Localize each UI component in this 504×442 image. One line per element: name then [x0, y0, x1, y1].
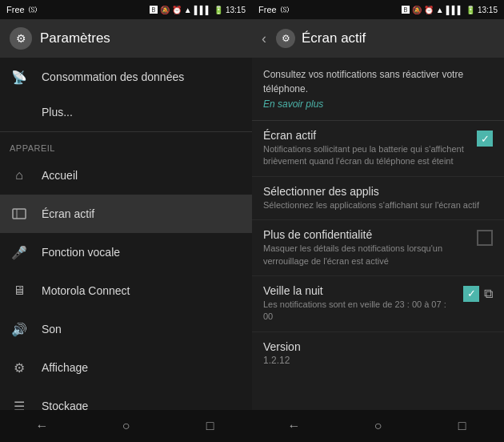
setting-ecran-actif-control: [477, 129, 493, 147]
setting-ecran-actif[interactable]: Écran actif Notifications sollicitant pe…: [252, 121, 504, 177]
right-content: Consultez vos notifications sans réactiv…: [252, 58, 504, 410]
menu-item-accueil[interactable]: ⌂ Accueil: [0, 156, 252, 195]
consommation-label: Consommation des données: [42, 70, 184, 83]
setting-veille-control: ⧉: [463, 284, 493, 302]
stockage-icon: ☰: [10, 396, 29, 410]
setting-veille-text: Veille la nuit Les notifications sont en…: [263, 284, 457, 323]
setting-confidentialite-control: [477, 228, 493, 246]
right-toolbar-title: Écran actif: [302, 30, 366, 46]
plus-label: Plus...: [42, 106, 73, 119]
signal-icon: 🄢: [28, 5, 37, 14]
ecran-actif-label: Écran actif: [42, 207, 94, 220]
accueil-label: Accueil: [42, 169, 78, 182]
ecran-actif-checkbox[interactable]: [477, 131, 493, 147]
right-carrier: Free: [258, 5, 277, 14]
right-nav-bar: ← ○ □: [252, 410, 504, 442]
setting-ecran-actif-text: Écran actif Notifications sollicitant pe…: [263, 129, 470, 168]
ecran-actif-icon: [10, 204, 29, 223]
right-alarm-icon: ⏰: [424, 6, 434, 14]
right-settings-icon: ⚙: [276, 29, 295, 48]
setting-selectionner-text: Sélectionner des applis Sélectionnez les…: [263, 185, 493, 211]
right-signal-bars: ▌▌▌: [446, 6, 463, 14]
setting-selectionner-desc: Sélectionnez les applications s'affichan…: [263, 199, 493, 211]
consommation-icon: 📡: [10, 67, 29, 86]
veille-checkbox[interactable]: [463, 286, 479, 302]
menu-item-plus[interactable]: Plus...: [0, 96, 252, 128]
left-toolbar-title: Paramètres: [40, 30, 110, 46]
right-wifi-icon: ▲: [436, 6, 444, 14]
stockage-label: Stockage: [42, 400, 88, 410]
left-recent-btn[interactable]: □: [191, 413, 230, 439]
left-toolbar: ⚙ Paramètres: [0, 19, 252, 58]
affichage-label: Affichage: [42, 361, 88, 374]
alarm-icon: ⏰: [172, 6, 182, 14]
setting-veille-nuit[interactable]: Veille la nuit Les notifications sont en…: [252, 276, 504, 332]
left-status-right: 🅱 🔕 ⏰ ▲ ▌▌▌ 🔋 13:15: [150, 6, 246, 14]
right-battery-icon: 🔋: [466, 6, 475, 14]
menu-item-motorola[interactable]: 🖥 Motorola Connect: [0, 271, 252, 310]
left-menu: 📡 Consommation des données Plus... APPAR…: [0, 58, 252, 410]
right-signal-icon: 🄢: [280, 5, 289, 14]
left-carrier: Free: [6, 5, 25, 14]
right-time: 13:15: [478, 6, 498, 14]
bt-icon: 🅱: [150, 6, 158, 14]
setting-selectionner-title: Sélectionner des applis: [263, 185, 493, 198]
fonction-vocale-icon: 🎤: [10, 243, 29, 262]
menu-item-fonction-vocale[interactable]: 🎤 Fonction vocale: [0, 233, 252, 271]
right-status-bar: Free 🄢 🅱 🔕 ⏰ ▲ ▌▌▌ 🔋 13:15: [252, 0, 504, 19]
section-appareil: APPAREIL: [0, 135, 252, 156]
fonction-vocale-label: Fonction vocale: [42, 246, 120, 259]
battery-icon: 🔋: [214, 6, 223, 14]
setting-selectionner-applis[interactable]: Sélectionner des applis Sélectionnez les…: [252, 177, 504, 220]
right-status-right: 🅱 🔕 ⏰ ▲ ▌▌▌ 🔋 13:15: [402, 6, 498, 14]
right-bt-icon: 🅱: [402, 6, 410, 14]
accueil-icon: ⌂: [10, 166, 29, 185]
divider-1: [0, 131, 252, 132]
confidentialite-checkbox[interactable]: [477, 230, 493, 246]
left-time: 13:15: [226, 6, 246, 14]
version-title: Version: [263, 340, 493, 353]
setting-confidentialite-desc: Masquer les détails des notifications lo…: [263, 243, 470, 267]
sound-icon: 🔕: [160, 6, 170, 14]
son-label: Son: [42, 323, 62, 336]
motorola-label: Motorola Connect: [42, 284, 130, 297]
settings-icon: ⚙: [10, 27, 32, 50]
info-block: Consultez vos notifications sans réactiv…: [252, 58, 504, 121]
menu-item-son[interactable]: 🔊 Son: [0, 310, 252, 348]
left-panel: Free 🄢 🅱 🔕 ⏰ ▲ ▌▌▌ 🔋 13:15 ⚙ Paramètres …: [0, 0, 252, 442]
right-sound-icon: 🔕: [412, 6, 422, 14]
setting-confidentialite-text: Plus de confidentialité Masquer les déta…: [263, 228, 470, 267]
right-recent-btn[interactable]: □: [443, 413, 482, 439]
right-status-left: Free 🄢: [258, 5, 289, 14]
setting-confidentialite-title: Plus de confidentialité: [263, 228, 470, 241]
info-text: Consultez vos notifications sans réactiv…: [263, 67, 493, 96]
setting-ecran-actif-title: Écran actif: [263, 129, 470, 142]
right-back-chevron[interactable]: ‹: [258, 27, 270, 50]
setting-confidentialite[interactable]: Plus de confidentialité Masquer les déta…: [252, 220, 504, 276]
left-status-left: Free 🄢: [6, 5, 37, 14]
adjust-icon[interactable]: ⧉: [484, 287, 493, 301]
signal-bars: ▌▌▌: [194, 6, 211, 14]
affichage-icon: ⚙: [10, 358, 29, 377]
menu-item-ecran-actif[interactable]: Écran actif: [0, 195, 252, 233]
setting-veille-desc: Les notifications sont en veille de 23 :…: [263, 299, 457, 323]
info-link[interactable]: En savoir plus: [263, 98, 323, 110]
menu-item-consommation[interactable]: 📡 Consommation des données: [0, 58, 252, 96]
version-block: Version 1.2.12: [252, 332, 504, 374]
svg-rect-0: [13, 209, 26, 219]
motorola-icon: 🖥: [10, 281, 29, 300]
left-status-bar: Free 🄢 🅱 🔕 ⏰ ▲ ▌▌▌ 🔋 13:15: [0, 0, 252, 19]
right-back-btn[interactable]: ←: [275, 413, 314, 439]
right-toolbar: ‹ ⚙ Écran actif: [252, 19, 504, 58]
wifi-icon: ▲: [184, 6, 192, 14]
menu-item-affichage[interactable]: ⚙ Affichage: [0, 348, 252, 387]
version-value: 1.2.12: [263, 355, 493, 366]
left-back-btn[interactable]: ←: [23, 413, 62, 439]
right-home-btn[interactable]: ○: [359, 413, 398, 439]
left-home-btn[interactable]: ○: [107, 413, 146, 439]
son-icon: 🔊: [10, 319, 29, 339]
left-nav-bar: ← ○ □: [0, 410, 252, 442]
setting-veille-title: Veille la nuit: [263, 284, 457, 297]
right-panel: Free 🄢 🅱 🔕 ⏰ ▲ ▌▌▌ 🔋 13:15 ‹ ⚙ Écran act…: [252, 0, 504, 442]
menu-item-stockage[interactable]: ☰ Stockage: [0, 387, 252, 410]
